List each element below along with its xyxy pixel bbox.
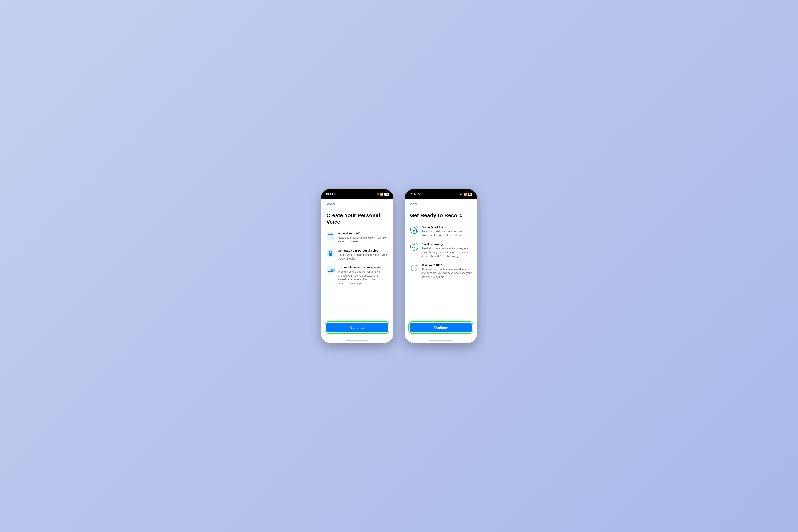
wifi-icon-1: 📶 [380,193,383,196]
battery-1: 74 [384,193,389,196]
feature-item-naturally: Speak Naturally Read aloud at a consiste… [410,243,472,258]
signal-icon-2 [459,193,462,195]
status-left-2: 15:24 Ⓑ [409,193,420,196]
home-indicator-2 [405,338,477,343]
feature-desc-communicate: Type to speak using Personal Voice throu… [338,270,388,285]
svg-rect-13 [328,270,329,271]
page-title-2: Get Ready to Record [410,212,472,219]
svg-rect-14 [330,270,330,271]
feature-desc-record: Read 150 phrases aloud, which may take a… [338,236,388,244]
status-left-1: 15:24 Ⓑ [326,193,337,196]
signal-icon-1 [376,193,379,195]
home-indicator-1 [321,338,393,343]
svg-point-6 [330,254,331,254]
lock-icon [326,249,335,257]
continue-btn-wrapper-1: Continue [325,322,390,334]
svg-rect-12 [332,269,333,270]
feature-text-generate: Generate Your Personal Voice iPhone will… [338,249,388,261]
svg-rect-11 [331,269,331,270]
feature-text-naturally: Speak Naturally Read aloud at a consiste… [421,243,472,258]
screen-2: Cancel Get Ready to Record [405,198,477,343]
svg-rect-3 [328,237,331,238]
feature-text-quiet: Find a Quiet Place Record yourself in a … [421,226,472,237]
feature-title-generate: Generate Your Personal Voice [338,249,388,252]
svg-rect-9 [328,269,329,270]
bottom-section-1: Continue [321,319,393,338]
cancel-button-2[interactable]: Cancel [408,202,419,207]
feature-text-record: Record Yourself Read 150 phrases aloud, … [338,232,388,244]
home-bar-1 [346,340,368,341]
sim-icon-1: Ⓑ [335,193,337,196]
feature-desc-time: After you read each phrase aloud, a new … [421,267,472,279]
svg-rect-1 [328,234,333,235]
wifi-icon-2: 📶 [463,193,467,196]
continue-button-1[interactable]: Continue [326,323,388,332]
feature-item-generate: Generate Your Personal Voice iPhone will… [326,249,388,261]
keyboard-icon [326,266,335,274]
svg-rect-2 [328,235,332,236]
feature-desc-generate: iPhone will create and securely store yo… [338,253,388,261]
cancel-button-1[interactable]: Cancel [325,202,335,207]
feature-list-1: Record Yourself Read 150 phrases aloud, … [326,232,388,285]
svg-point-18 [411,243,418,250]
feature-title-record: Record Yourself [338,232,388,235]
home-bar-2 [430,340,452,341]
feature-desc-naturally: Read aloud at a consistent volume, as if… [421,246,472,258]
status-bar-2: 15:24 Ⓑ 📶 74 [405,189,477,198]
screen-1: Cancel Create Your Personal Voice [321,198,393,343]
status-right-1: 📶 74 [376,193,389,196]
screen-content-2: Cancel Get Ready to Record [405,198,477,343]
feature-item-time: Take Your Time After you read each phras… [410,263,472,279]
time-display-2: 15:24 [409,193,417,196]
feature-item-quiet: Find a Quiet Place Record yourself in a … [410,226,472,237]
main-content-2: Get Ready to Record [405,208,477,319]
sim-icon-2: Ⓑ [418,193,420,196]
continue-button-2[interactable]: Continue [410,323,472,332]
svg-rect-15 [331,270,331,271]
svg-rect-19 [413,244,415,247]
bottom-section-2: Continue [405,319,477,338]
feature-text-communicate: Communicate with Live Speech Type to spe… [338,266,388,285]
main-content-1: Create Your Personal Voice [321,208,393,319]
time-display-1: 15:24 [326,193,333,196]
battery-2: 74 [468,193,472,196]
feature-desc-quiet: Record yourself in a room that has minim… [421,229,472,237]
status-bar-1: 15:24 Ⓑ 📶 74 [321,189,393,198]
feature-title-quiet: Find a Quiet Place [421,226,472,229]
nav-bar-2: Cancel [405,198,477,208]
nav-bar-1: Cancel [321,198,393,208]
continue-btn-wrapper-2: Continue [408,322,473,334]
feature-text-time: Take Your Time After you read each phras… [421,263,472,279]
feature-title-time: Take Your Time [421,263,472,267]
lines-icon [326,232,335,240]
home-icon [410,226,418,234]
status-right-2: 📶 74 [459,193,472,196]
mic-icon [410,243,418,251]
feature-title-naturally: Speak Naturally [421,243,472,246]
svg-rect-10 [330,269,330,270]
phone-1: 15:24 Ⓑ 📶 74 Cancel Create Your Personal… [321,189,393,343]
feature-list-2: Find a Quiet Place Record yourself in a … [410,226,472,279]
screen-content-1: Cancel Create Your Personal Voice [321,198,393,343]
timer-icon [410,263,418,272]
feature-item-record: Record Yourself Read 150 phrases aloud, … [326,232,388,244]
svg-point-17 [411,226,418,233]
phone-2: 15:24 Ⓑ 📶 74 Cancel Get Ready to Record [405,189,477,343]
feature-item-communicate: Communicate with Live Speech Type to spe… [326,266,388,285]
page-title-1: Create Your Personal Voice [326,212,388,225]
feature-title-communicate: Communicate with Live Speech [338,266,388,269]
svg-rect-16 [332,270,333,271]
